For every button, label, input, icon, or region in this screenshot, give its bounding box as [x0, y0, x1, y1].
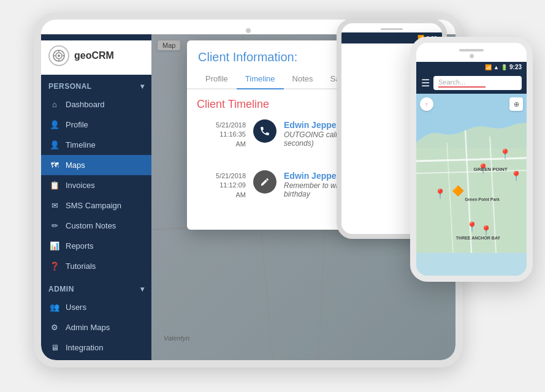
menu-icon[interactable]: ☰ [421, 77, 430, 89]
sidebar-item-label: Reports [66, 241, 94, 251]
search-placeholder: Search... [438, 78, 465, 86]
compass-button[interactable]: ↑ [420, 97, 433, 111]
dashboard-icon: ⌂ [50, 100, 59, 109]
timeline-person-name: Edwin Jeppe [284, 120, 337, 130]
tab-notes[interactable]: Notes [284, 69, 322, 89]
sidebar-item-dashboard[interactable]: ⌂ Dashboard [41, 94, 151, 115]
sidebar-logo: geoCRM [41, 40, 151, 75]
sidebar-item-users[interactable]: 👥 Users [41, 297, 151, 317]
map-pin-green3: 📍 [480, 225, 492, 236]
phone-speaker [459, 49, 484, 51]
phone2-speaker [381, 28, 403, 30]
battery-icon: 🔋 [501, 64, 508, 70]
wifi-icon: 📶 [485, 64, 492, 70]
sidebar-item-invoices[interactable]: 📋 Invoices [41, 175, 151, 195]
sidebar-item-timeline[interactable]: 👤 Timeline [41, 135, 151, 155]
sidebar-item-sms-campaign[interactable]: ✉ SMS Campaign [41, 195, 151, 216]
map-label-green-point-park: Green Point Park [465, 197, 500, 202]
integration-icon: 🖥 [50, 343, 59, 352]
personal-label: Personal [48, 82, 92, 91]
admin-label: Admin [48, 285, 74, 293]
timeline-date: 5/21/201811:16:35AM [197, 119, 246, 149]
notes-icon: ✏ [50, 221, 59, 230]
map-label-green-point: GREEN POINT [474, 167, 508, 172]
call-icon [253, 119, 276, 143]
sidebar-item-label: Users [66, 303, 86, 312]
invoices-icon: 📋 [50, 181, 59, 190]
admin-section-header: Admin ▾ [41, 281, 151, 297]
sidebar-item-label: Dashboard [66, 100, 105, 109]
sidebar-item-label: Tutorials [66, 262, 96, 271]
sms-icon: ✉ [50, 201, 59, 210]
timeline-person-name: Edwin Jeppe [284, 171, 337, 181]
phone-camera [470, 54, 474, 58]
sidebar-item-label: Admin Maps [66, 323, 110, 332]
phone-time: 9:23 [509, 64, 522, 70]
sidebar-item-label: Invoices [66, 181, 95, 190]
map-pin-orange2: 🔶 [452, 185, 464, 197]
phone-map-area: 📍 📍 📍 📍 📍 📍 🔶 GREEN POINT Green Point Pa… [416, 94, 527, 276]
sidebar-item-label: Profile [66, 120, 88, 129]
sidebar-item-label: Maps [66, 160, 85, 170]
timeline-date: 5/21/201811:12:09AM [197, 170, 246, 200]
sidebar-item-custom-notes[interactable]: ✏ Custom Notes [41, 216, 151, 236]
phone-status-bar: 📶 ▲ 🔋 9:23 [416, 62, 527, 72]
map-pin-blue: 📍 [466, 221, 478, 233]
sidebar-item-tutorials[interactable]: ❓ Tutorials [41, 256, 151, 276]
maps-icon: 🗺 [50, 160, 59, 170]
logo-icon [48, 45, 69, 66]
svg-point-2 [58, 55, 60, 57]
sidebar-item-label: Timeline [66, 140, 96, 149]
tab-timeline[interactable]: Timeline [237, 69, 284, 89]
tutorials-icon: ❓ [50, 262, 59, 271]
signal-icon: ▲ [494, 64, 499, 70]
sidebar-item-integration[interactable]: 🖥 Integration [41, 337, 151, 358]
personal-section: Personal ▾ ⌂ Dashboard 👤 Profile 👤 Timel… [41, 75, 151, 277]
app-name: geoCRM [74, 50, 114, 61]
timeline-icon: 👤 [50, 140, 59, 149]
map-pin-orange: 📍 [499, 148, 511, 160]
sidebar-item-reports[interactable]: 📊 Reports [41, 236, 151, 256]
sidebar-item-admin-maps[interactable]: ⚙ Admin Maps [41, 317, 151, 337]
map-pin-red: 📍 [434, 188, 446, 200]
sidebar-item-label: SMS Campaign [66, 201, 121, 210]
profile-icon: 👤 [50, 120, 59, 129]
phone-navbar: ☰ Search... [416, 72, 527, 94]
map-pin-green2: 📍 [510, 170, 522, 182]
admin-chevron: ▾ [140, 285, 145, 293]
tablet-camera [246, 28, 251, 33]
search-underline [438, 86, 486, 88]
sidebar: geoCRM Personal ▾ ⌂ Dashboard 👤 Profile … [41, 34, 151, 360]
sidebar-item-profile[interactable]: 👤 Profile [41, 115, 151, 135]
sidebar-item-link-users[interactable]: 🔗 Link Users [41, 358, 151, 360]
admin-maps-icon: ⚙ [50, 323, 59, 332]
personal-chevron: ▾ [140, 82, 145, 91]
sidebar-item-label: Integration [66, 343, 103, 352]
map-label-three-anchor-bay: THREE ANCHOR BAY [456, 236, 500, 240]
phone: 📶 ▲ 🔋 9:23 ☰ Search... [410, 37, 533, 282]
personal-section-header: Personal ▾ [41, 78, 151, 94]
locate-button[interactable]: ⊕ [509, 97, 523, 111]
note-icon [253, 170, 276, 194]
tab-profile[interactable]: Profile [197, 69, 237, 89]
users-icon: 👥 [50, 303, 59, 312]
sidebar-item-label: Custom Notes [66, 221, 116, 230]
sidebar-item-maps[interactable]: 🗺 Maps [41, 155, 151, 175]
phone-screen: 📶 ▲ 🔋 9:23 ☰ Search... [416, 62, 527, 276]
admin-section: Admin ▾ 👥 Users ⚙ Admin Maps 🖥 Integrati… [41, 277, 151, 360]
reports-icon: 📊 [50, 241, 59, 251]
phone-search-bar[interactable]: Search... [433, 76, 522, 90]
